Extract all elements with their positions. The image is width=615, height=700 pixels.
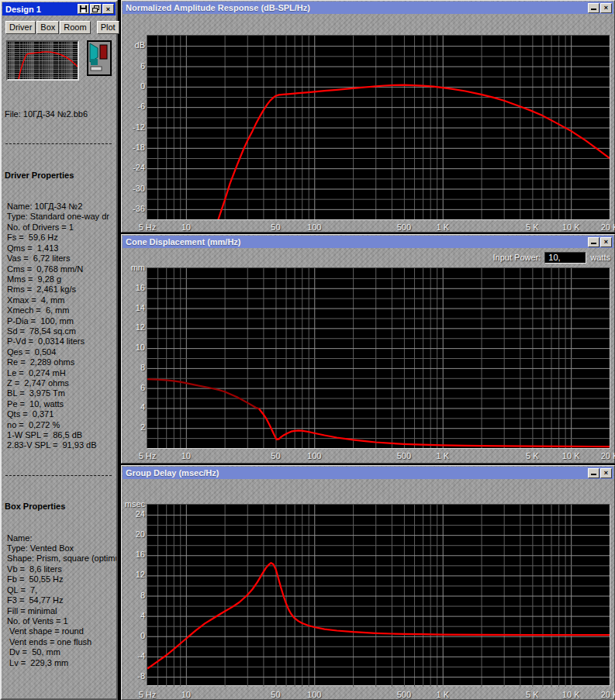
minimize-button[interactable] bbox=[588, 3, 599, 13]
driver-property-line: Pe = 10, watts bbox=[5, 399, 116, 409]
close-button[interactable]: × bbox=[600, 3, 612, 13]
driver-property-line: Z = 2,747 ohms bbox=[5, 378, 116, 388]
driver-property-line: Re = 2,289 ohms bbox=[5, 357, 116, 367]
y-axis-label: 12 bbox=[123, 322, 145, 332]
y-axis-label: 20 bbox=[123, 529, 145, 539]
box-property-line: Type: Vented Box bbox=[5, 543, 116, 553]
save-button[interactable] bbox=[78, 4, 89, 14]
driver-button[interactable]: Driver bbox=[5, 21, 36, 34]
design-window: Design 1 × Driver Box Room Plot F bbox=[0, 0, 118, 700]
x-axis-label: 5 K bbox=[526, 451, 539, 460]
driver-property-line: Name: 10ГД-34 №2 bbox=[5, 202, 116, 212]
driver-property-line: No. of Drivers = 1 bbox=[5, 222, 116, 233]
box-property-line: Fill = minimal bbox=[5, 606, 116, 616]
y-axis-label: msec bbox=[123, 499, 145, 509]
room-button[interactable]: Room bbox=[60, 21, 90, 34]
box-property-line: Vent ends = one flush bbox=[5, 637, 116, 647]
y-axis-label: -24 bbox=[123, 163, 145, 172]
close-icon: × bbox=[604, 469, 608, 477]
input-power-label: Input Power: bbox=[493, 253, 541, 262]
file-line: File: 10ГД-34 №2.bb6 bbox=[5, 109, 116, 119]
displacement-chart-canvas bbox=[147, 268, 610, 448]
window-title: Cone Displacement (mm/Hz) bbox=[126, 237, 587, 247]
x-axis-label: 500 bbox=[397, 451, 411, 460]
y-axis-label: 8 bbox=[123, 591, 145, 600]
driver-property-line: Mms = 9,28 g bbox=[5, 274, 116, 284]
plot-area bbox=[147, 504, 610, 686]
driver-property-line: BL = 3,975 Tm bbox=[5, 388, 116, 398]
close-icon: × bbox=[604, 4, 608, 12]
x-axis-label: 20 K bbox=[601, 451, 615, 460]
y-axis-label: 4 bbox=[123, 611, 145, 620]
driver-property-line: Fs = 59,6 Hz bbox=[5, 233, 116, 243]
driver-property-line: Rms = 2,461 kg/s bbox=[5, 284, 116, 295]
close-button[interactable]: × bbox=[102, 4, 114, 14]
box-property-line: Vb = 8,6 liters bbox=[5, 564, 116, 574]
group-delay-curve bbox=[147, 563, 610, 668]
x-axis-label: 100 bbox=[307, 222, 321, 232]
group-delay-window: Group Delay (msec/Hz) × msec24201612840-… bbox=[121, 465, 615, 700]
properties-panel: File: 10ГД-34 №2.bb6 Driver Properties N… bbox=[2, 81, 116, 689]
design-window-title: Design 1 bbox=[5, 5, 77, 14]
x-axis-label: 20 K bbox=[601, 222, 615, 232]
separator bbox=[5, 143, 112, 146]
driver-property-line: Vas = 6,72 liters bbox=[5, 253, 116, 264]
response-preview-canvas bbox=[8, 42, 78, 79]
amplitude-response-window: Normalized Amplitude Response (dB-SPL/Hz… bbox=[121, 0, 615, 233]
x-axis-label: 5 Hz bbox=[139, 690, 157, 699]
box-property-line: QL = 7, bbox=[5, 585, 116, 595]
plot-area bbox=[147, 267, 610, 449]
y-axis-label: mm bbox=[123, 263, 145, 272]
y-axis-label: 14 bbox=[123, 303, 145, 312]
preview-row bbox=[2, 34, 116, 81]
window-titlebar[interactable]: Normalized Amplitude Response (dB-SPL/Hz… bbox=[123, 2, 613, 14]
box-property-line: No. of Vents = 1 bbox=[5, 616, 116, 626]
x-axis-label: 10 K bbox=[562, 222, 580, 232]
window-title: Normalized Amplitude Response (dB-SPL/Hz… bbox=[126, 3, 587, 12]
driver-properties-list: Name: 10ГД-34 №2 Type: Standard one-way … bbox=[5, 202, 116, 451]
y-axis-label: 6 bbox=[123, 61, 145, 71]
amplitude-chart-canvas bbox=[147, 36, 610, 219]
design-window-titlebar[interactable]: Design 1 × bbox=[2, 2, 116, 16]
window-titlebar[interactable]: Cone Displacement (mm/Hz) × bbox=[123, 236, 613, 248]
box-button[interactable]: Box bbox=[36, 21, 59, 34]
y-axis-label: -4 bbox=[123, 651, 145, 660]
driver-property-line: Le = 0,274 mH bbox=[5, 368, 116, 378]
box-property-line: Fb = 50,55 Hz bbox=[5, 574, 116, 584]
restore-button[interactable] bbox=[90, 4, 102, 14]
y-axis-label: -6 bbox=[123, 102, 145, 111]
group-delay-chart-canvas bbox=[147, 505, 610, 687]
driver-property-line: Cms = 0,768 mm/N bbox=[5, 264, 116, 274]
minimize-button[interactable] bbox=[588, 468, 599, 478]
x-axis-label: 100 bbox=[307, 451, 321, 460]
vented-box-icon bbox=[87, 40, 112, 79]
y-axis-label: 16 bbox=[123, 283, 145, 292]
close-button[interactable]: × bbox=[600, 237, 612, 247]
x-axis-label: 1 K bbox=[436, 222, 449, 232]
x-axis-label: 10 bbox=[181, 451, 191, 460]
x-axis-label: 5 Hz bbox=[139, 222, 157, 232]
y-axis-label: 8 bbox=[123, 363, 145, 372]
y-axis-label: 12 bbox=[123, 570, 145, 579]
y-axis-label: 16 bbox=[123, 550, 145, 559]
x-axis-label: 5 Hz bbox=[139, 451, 157, 460]
plot-button[interactable]: Plot bbox=[97, 21, 119, 34]
minimize-icon bbox=[591, 5, 596, 10]
x-axis-label: 500 bbox=[397, 222, 411, 232]
displacement-curve bbox=[259, 409, 610, 447]
close-button[interactable]: × bbox=[600, 468, 612, 478]
input-power-field[interactable] bbox=[544, 252, 586, 264]
y-axis-label: -8 bbox=[123, 671, 145, 681]
driver-property-line: 2.83-V SPL = 91,93 dB bbox=[5, 440, 116, 450]
driver-property-line: Xmax = 4, mm bbox=[5, 295, 116, 305]
window-titlebar[interactable]: Group Delay (msec/Hz) × bbox=[123, 467, 613, 479]
restore-icon bbox=[92, 5, 99, 12]
y-axis-label: dB bbox=[123, 40, 145, 50]
driver-property-line: Sd = 78,54 sq.cm bbox=[5, 326, 116, 336]
box-property-line: Name: bbox=[5, 533, 116, 543]
y-axis-label: -36 bbox=[123, 204, 145, 213]
y-axis-label: 0 bbox=[123, 81, 145, 91]
box-property-line: Shape: Prism, square (optimu bbox=[5, 553, 116, 564]
y-axis-label: 4 bbox=[123, 402, 145, 412]
minimize-button[interactable] bbox=[588, 237, 599, 247]
